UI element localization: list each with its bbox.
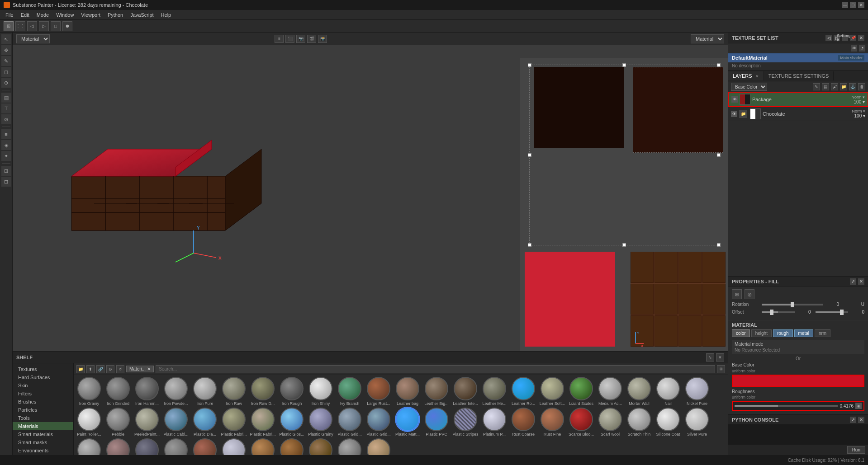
viewport-photo-btn[interactable]: 🎬 bbox=[307, 35, 316, 43]
shelf-item-42[interactable]: Silicone Coat bbox=[655, 408, 682, 437]
properties-expand-btn[interactable]: ⤢ bbox=[850, 278, 856, 285]
shelf-item-33[interactable]: Plastic Matt... bbox=[394, 408, 421, 437]
shelf-item-35[interactable]: Plastic Stripes bbox=[452, 408, 479, 437]
toolbar-back-btn[interactable]: ◁ bbox=[27, 21, 37, 31]
layer-add-paint-btn[interactable]: ✎ bbox=[813, 83, 820, 90]
shelf-item-22[interactable]: Paint Roller... bbox=[76, 408, 103, 437]
base-color-swatch[interactable] bbox=[732, 375, 864, 387]
mat-tab-metal[interactable]: metal bbox=[794, 329, 813, 337]
shelf-link-btn[interactable]: 🔗 bbox=[96, 365, 104, 373]
shelf-item-40[interactable]: Scarf wool bbox=[597, 408, 624, 437]
python-console-expand-btn[interactable]: ⤢ bbox=[850, 417, 856, 423]
shelf-item-44[interactable]: Small Bullet... bbox=[76, 438, 103, 455]
shelf-item-43[interactable]: Silver Pure bbox=[683, 408, 711, 437]
toolbar-record-btn[interactable]: ⏺ bbox=[62, 21, 72, 31]
shelf-item-9[interactable]: Ivy Branch bbox=[336, 377, 363, 406]
shelf-item-50[interactable]: Wood Ame... bbox=[249, 438, 276, 455]
python-console-body[interactable] bbox=[728, 425, 868, 444]
shelf-cat-tools[interactable]: Tools bbox=[13, 414, 73, 422]
mat-tab-color[interactable]: color bbox=[732, 329, 750, 337]
tool-fill[interactable]: ▤ bbox=[1, 93, 11, 103]
shelf-close-btn[interactable]: ✕ bbox=[716, 353, 724, 362]
shelf-item-51[interactable]: Wood Rough bbox=[278, 438, 305, 455]
uv-handle-br[interactable] bbox=[717, 243, 721, 247]
tool-expand[interactable]: ⊡ bbox=[1, 177, 11, 187]
properties-close-btn[interactable]: ✕ bbox=[858, 278, 864, 285]
shelf-expand-btn[interactable]: ⤡ bbox=[706, 353, 714, 362]
shelf-item-45[interactable]: Spray Paint... bbox=[104, 438, 132, 455]
minimize-button[interactable]: — bbox=[842, 2, 848, 8]
shelf-item-30[interactable]: Plastic Grainy bbox=[307, 408, 334, 437]
shelf-refresh-btn[interactable]: ↺ bbox=[116, 365, 124, 373]
toolbar-square-btn[interactable]: □ bbox=[51, 21, 61, 31]
menu-javascript[interactable]: JavaScript bbox=[127, 11, 157, 19]
menu-file[interactable]: File bbox=[2, 11, 17, 19]
shelf-grid-view-btn[interactable]: ⊞ bbox=[717, 365, 725, 373]
uv-handle-tr[interactable] bbox=[717, 63, 721, 67]
layer-vis-chocolate[interactable]: 👁 bbox=[731, 111, 737, 117]
shelf-item-27[interactable]: Plastic Fabri... bbox=[220, 408, 247, 437]
shelf-item-32[interactable]: Plastic Grid... bbox=[365, 408, 392, 437]
texture-set-pin-btn[interactable]: 📌 bbox=[850, 35, 856, 41]
viewport-snapshot-btn[interactable]: 📸 bbox=[318, 35, 327, 43]
mat-tab-rough[interactable]: rough bbox=[773, 329, 793, 337]
shelf-item-15[interactable]: Leather Ro... bbox=[510, 377, 537, 406]
shelf-item-6[interactable]: Iron Raw D... bbox=[249, 377, 276, 406]
menu-help[interactable]: Help bbox=[157, 11, 175, 19]
mat-tab-nrm[interactable]: nrm bbox=[815, 329, 830, 337]
shelf-item-13[interactable]: Leather Inte... bbox=[452, 377, 479, 406]
tab-texture-set-settings[interactable]: TEXTURE SET SETTINGS bbox=[764, 71, 834, 80]
shelf-item-47[interactable]: Steel Rough bbox=[162, 438, 190, 455]
shelf-item-11[interactable]: Leather bag bbox=[394, 377, 421, 406]
tool-color-pick[interactable]: ⊘ bbox=[1, 114, 11, 124]
tab-layers-close[interactable]: ✕ bbox=[755, 74, 759, 79]
uv-handle-ml[interactable] bbox=[528, 153, 531, 157]
shelf-import-btn[interactable]: ⬆ bbox=[86, 365, 95, 373]
shelf-item-23[interactable]: Pebble bbox=[104, 408, 132, 437]
tab-layers[interactable]: LAYERS ✕ bbox=[728, 71, 764, 80]
uv-handle-bm[interactable] bbox=[622, 243, 626, 247]
shelf-item-18[interactable]: Medium Ac... bbox=[597, 377, 624, 406]
layer-folder-btn[interactable]: 📁 bbox=[840, 83, 847, 90]
menu-mode[interactable]: Mode bbox=[33, 11, 53, 19]
shelf-cat-brushes[interactable]: Brushes bbox=[13, 398, 73, 406]
shelf-folder-btn[interactable]: 📁 bbox=[76, 365, 85, 373]
shelf-item-38[interactable]: Rust Fine bbox=[539, 408, 566, 437]
shelf-item-26[interactable]: Plastic Dia... bbox=[191, 408, 218, 437]
mat-tab-height[interactable]: height bbox=[751, 329, 772, 337]
menu-edit[interactable]: Edit bbox=[17, 11, 33, 19]
maximize-button[interactable]: □ bbox=[850, 2, 856, 8]
shelf-item-49[interactable]: Titanium P... bbox=[220, 438, 247, 455]
tool-move[interactable]: ✥ bbox=[1, 45, 11, 55]
tool-erase[interactable]: ◻ bbox=[1, 67, 11, 77]
shelf-cat-smart-materials[interactable]: Smart materials bbox=[13, 430, 73, 438]
texture-set-settings-btn[interactable]: Settings ▾ bbox=[842, 35, 848, 41]
shelf-item-37[interactable]: Rust Coarse bbox=[510, 408, 537, 437]
tool-clone[interactable]: ⊕ bbox=[1, 78, 11, 88]
filter-pill-close[interactable]: ✕ bbox=[147, 366, 151, 371]
toolbar-forward-btn[interactable]: ▷ bbox=[39, 21, 49, 31]
3d-viewport[interactable]: Y X bbox=[35, 59, 284, 267]
shelf-item-10[interactable]: Large Rust... bbox=[365, 377, 392, 406]
tool-mask[interactable]: ◈ bbox=[1, 140, 11, 150]
shelf-cat-textures[interactable]: Textures bbox=[13, 365, 73, 373]
shelf-item-19[interactable]: Mortar Wall bbox=[626, 377, 653, 406]
shelf-item-54[interactable]: Zombie Bu... bbox=[365, 438, 392, 455]
layer-paint-btn[interactable]: 🖌 bbox=[831, 83, 838, 90]
shelf-cat-skin[interactable]: Skin bbox=[13, 381, 73, 390]
layer-delete-btn[interactable]: 🗑 bbox=[858, 83, 865, 90]
viewport-right-select[interactable]: Material bbox=[691, 34, 724, 43]
shelf-cat-smart-masks[interactable]: Smart masks bbox=[13, 438, 73, 446]
tool-layers[interactable]: ≡ bbox=[1, 129, 11, 139]
uv-handle-tm[interactable] bbox=[622, 63, 626, 67]
close-button[interactable]: ✕ bbox=[858, 2, 864, 8]
shelf-item-5[interactable]: Iron Raw bbox=[220, 377, 247, 406]
shelf-cat-materials[interactable]: Materials bbox=[13, 422, 73, 430]
prop-offset-slider-y[interactable] bbox=[816, 311, 849, 313]
python-console-close-btn[interactable]: ✕ bbox=[858, 417, 864, 423]
shelf-item-7[interactable]: Iron Rough bbox=[278, 377, 305, 406]
shelf-item-46[interactable]: Steel Painted bbox=[133, 438, 161, 455]
shelf-item-31[interactable]: Plastic Grid... bbox=[336, 408, 363, 437]
menu-viewport[interactable]: Viewport bbox=[77, 11, 104, 19]
default-material-row[interactable]: DefaultMaterial Main shader bbox=[728, 53, 868, 62]
